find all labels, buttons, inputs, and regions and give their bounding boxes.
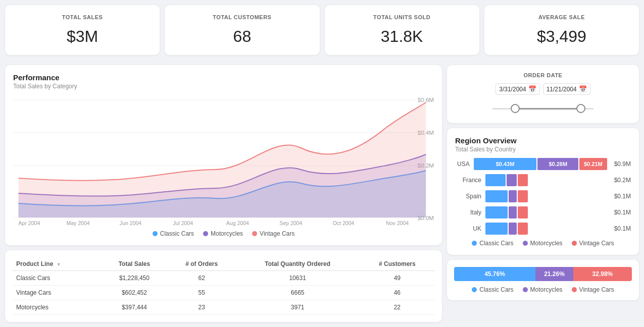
table-cell-1-0: Vintage Cars — [12, 286, 101, 300]
region-total-italy: $0.1M — [614, 209, 631, 216]
region-bar-uk-1 — [509, 223, 517, 235]
legend-vintage-cars: Vintage Cars — [252, 230, 294, 237]
region-legend-dot-classic — [472, 241, 477, 246]
svg-text:Oct 2004: Oct 2004 — [333, 221, 355, 226]
bottom-legend-label-classic: Classic Cars — [479, 286, 513, 293]
svg-text:Apr 2004: Apr 2004 — [19, 221, 40, 226]
table-cell-1-3: 6665 — [236, 286, 360, 300]
end-calendar-icon[interactable]: 📅 — [579, 85, 587, 93]
region-row-france: France$0.2M — [455, 174, 631, 186]
start-calendar-icon[interactable]: 📅 — [528, 85, 536, 93]
kpi-value-0: $3M — [67, 27, 98, 46]
performance-svg: $0.6M $0.4M $0.2M $0.0M — [13, 95, 434, 226]
legend-classic-cars: Classic Cars — [153, 230, 194, 237]
region-overview-card: Region Overview Total Sales by Country U… — [447, 128, 639, 255]
table-cell-2-1: $397,444 — [101, 300, 168, 315]
kpi-card-1: TOTAL CUSTOMERS 68 — [165, 5, 319, 55]
region-bar-france-0 — [485, 174, 506, 186]
right-column: ORDER DATE 3/31/2004 📅 11/21/2004 📅 — [447, 65, 639, 322]
region-name-france: France — [455, 177, 481, 184]
product-table: Product Line ▼ Total Sales # of Orders T… — [12, 257, 435, 315]
end-date-input[interactable]: 11/21/2004 📅 — [543, 83, 590, 95]
kpi-card-3: AVERAGE SALE $3,499 — [484, 5, 639, 55]
kpi-row: TOTAL SALES $3M TOTAL CUSTOMERS 68 TOTAL… — [5, 5, 639, 55]
region-bar-spain-2 — [518, 190, 528, 202]
region-legend-label-classic: Classic Cars — [479, 240, 513, 247]
region-bars-usa: $0.43M$0.28M$0.21M — [474, 158, 607, 170]
performance-chart: $0.6M $0.4M $0.2M $0.0M — [13, 95, 434, 226]
region-legend-dot-vintage — [572, 241, 577, 246]
region-bar-usa-0: $0.43M — [474, 158, 537, 170]
region-bars-italy — [485, 206, 607, 219]
start-date-value: 3/31/2004 — [499, 86, 526, 93]
table-card: Product Line ▼ Total Sales # of Orders T… — [5, 250, 442, 322]
kpi-label-1: TOTAL CUSTOMERS — [213, 14, 271, 20]
kpi-card-0: TOTAL SALES $3M — [5, 5, 160, 55]
legend-motorcycles: Motorcycles — [203, 230, 243, 237]
sort-icon: ▼ — [57, 262, 61, 267]
legend-dot-moto — [203, 231, 208, 236]
region-legend-dot-moto — [523, 241, 528, 246]
region-bar-italy-2 — [518, 206, 528, 219]
performance-subtitle: Total Sales by Category — [13, 83, 434, 90]
region-bar-usa-1: $0.28M — [537, 158, 578, 170]
table-cell-0-0: Classic Cars — [12, 271, 101, 286]
date-range-slider[interactable] — [456, 101, 630, 116]
region-total-spain: $0.1M — [614, 193, 631, 200]
table-cell-1-1: $602,452 — [101, 286, 168, 300]
bottom-legend-classic: Classic Cars — [472, 286, 513, 293]
region-bar-italy-1 — [509, 206, 517, 219]
region-bar-spain-1 — [509, 190, 517, 202]
table-cell-0-1: $1,228,450 — [101, 271, 168, 286]
slider-track — [492, 108, 593, 110]
kpi-label-2: TOTAL UNITS SOLD — [373, 14, 430, 20]
performance-legend: Classic Cars Motorcycles Vintage Cars — [13, 230, 434, 237]
order-date-title: ORDER DATE — [456, 72, 630, 78]
region-bar-spain-0 — [485, 190, 508, 202]
region-name-usa: USA — [455, 160, 470, 168]
region-row-spain: Spain$0.1M — [455, 190, 631, 202]
legend-dot-classic — [153, 231, 158, 236]
slider-thumb-right[interactable] — [576, 104, 585, 113]
col-quantity[interactable]: Total Quantity Ordered — [236, 257, 360, 271]
bottom-legend-dot-moto — [523, 287, 528, 292]
pct-segment-1: 21.26% — [535, 267, 573, 281]
bottom-legend-dot-classic — [472, 287, 477, 292]
table-row: Vintage Cars$602,45255666546 — [12, 286, 435, 300]
region-bar-uk-0 — [485, 223, 508, 235]
region-bar-italy-0 — [485, 206, 508, 219]
region-legend: Classic Cars Motorcycles Vintage Cars — [455, 240, 631, 247]
table-cell-2-3: 3971 — [236, 300, 360, 315]
region-name-italy: Italy — [455, 209, 481, 216]
svg-text:Aug 2004: Aug 2004 — [226, 221, 249, 226]
pct-segment-0: 45.76% — [454, 267, 535, 281]
col-total-sales[interactable]: Total Sales — [101, 257, 168, 271]
legend-label-classic: Classic Cars — [160, 230, 194, 237]
col-orders[interactable]: # of Orders — [168, 257, 236, 271]
region-bar-france-1 — [507, 174, 517, 186]
region-legend-label-vintage: Vintage Cars — [579, 240, 614, 247]
bottom-legend-dot-vintage — [572, 287, 577, 292]
slider-thumb-left[interactable] — [511, 104, 520, 113]
kpi-value-2: 31.8K — [381, 27, 423, 46]
kpi-label-3: AVERAGE SALE — [538, 14, 585, 20]
slider-fill — [513, 108, 583, 110]
region-bars-uk — [485, 223, 607, 235]
table-cell-0-3: 10631 — [236, 271, 360, 286]
date-inputs: 3/31/2004 📅 11/21/2004 📅 — [456, 83, 630, 95]
region-total-usa: $0.9M — [614, 160, 631, 168]
col-product-line[interactable]: Product Line ▼ — [12, 257, 101, 271]
table-row: Classic Cars$1,228,450621063149 — [12, 271, 435, 286]
region-bars-spain — [485, 190, 607, 202]
region-total-uk: $0.1M — [614, 225, 631, 232]
region-bar-france-2 — [518, 174, 528, 186]
col-customers[interactable]: # Customers — [360, 257, 435, 271]
start-date-input[interactable]: 3/31/2004 📅 — [496, 83, 539, 95]
region-row-usa: USA$0.43M$0.28M$0.21M$0.9M — [455, 158, 631, 170]
region-row-italy: Italy$0.1M — [455, 206, 631, 219]
percentage-bar: 45.76%21.26%32.98% — [454, 267, 632, 281]
region-name-uk: UK — [455, 225, 481, 232]
table-cell-0-2: 62 — [168, 271, 236, 286]
legend-label-moto: Motorcycles — [211, 230, 243, 237]
order-date-card: ORDER DATE 3/31/2004 📅 11/21/2004 📅 — [447, 65, 639, 123]
